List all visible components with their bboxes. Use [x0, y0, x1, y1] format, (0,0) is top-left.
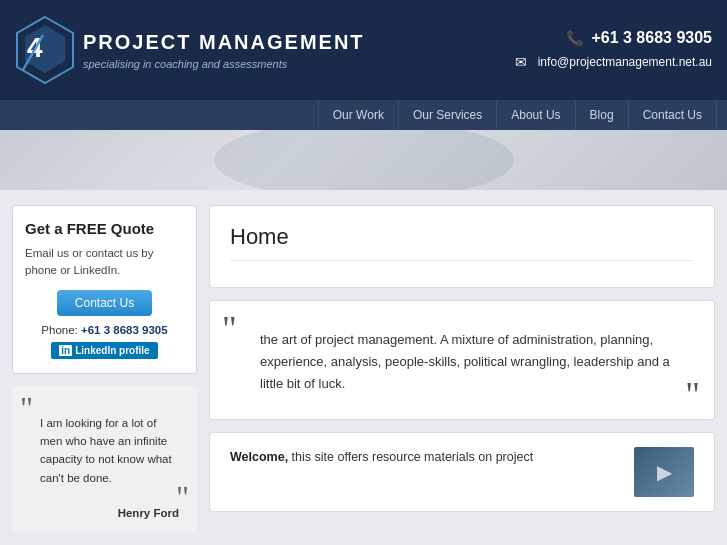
quote-close-icon: " [176, 481, 189, 513]
main-content: Get a FREE Quote Email us or contact us … [0, 190, 727, 545]
nav-blog[interactable]: Blog [576, 100, 629, 130]
welcome-body: this site offers resource materials on p… [292, 450, 534, 464]
sidebar: Get a FREE Quote Email us or contact us … [12, 205, 197, 545]
sidebar-phone-label: Phone: +61 3 8683 9305 [25, 324, 184, 336]
logo-icon: 4 [15, 15, 75, 85]
banner-shape [214, 130, 514, 190]
welcome-block: Welcome, this site offers resource mater… [209, 432, 715, 512]
big-quote-close-icon: " [685, 377, 700, 413]
welcome-text: Welcome, this site offers resource mater… [230, 447, 622, 467]
testimonial-box: " I am looking for a lot of men who have… [12, 386, 197, 534]
nav-about-us[interactable]: About Us [497, 100, 575, 130]
main-nav: Our Work Our Services About Us Blog Cont… [0, 100, 727, 130]
logo-subtitle: specialising in coaching and assessments [83, 58, 365, 70]
linkedin-in-icon: in [59, 345, 72, 356]
big-quote-open-icon: " [222, 311, 237, 347]
logo-area: 4 Project Management specialising in coa… [0, 0, 380, 100]
quote-open-icon: " [20, 392, 33, 424]
header-email: ✉ info@projectmanagement.net.au [512, 53, 712, 71]
free-quote-box: Get a FREE Quote Email us or contact us … [12, 205, 197, 374]
nav-our-work[interactable]: Our Work [318, 100, 399, 130]
testimonial-text: I am looking for a lot of men who have a… [24, 400, 185, 492]
banner [0, 130, 727, 190]
linkedin-badge[interactable]: in LinkedIn profile [25, 342, 184, 359]
testimonial-author: Henry Ford [24, 507, 185, 519]
quote-box-description: Email us or contact us by phone or Linke… [25, 245, 184, 280]
logo-text: Project Management specialising in coach… [83, 31, 365, 70]
nav-contact-us[interactable]: Contact Us [629, 100, 717, 130]
welcome-label: Welcome, [230, 450, 288, 464]
page-content: Home " the art of project management. A … [209, 205, 715, 545]
welcome-image: ▶ [634, 447, 694, 497]
home-title-card: Home [209, 205, 715, 288]
page-title: Home [230, 224, 694, 261]
contact-info: 📞 +61 3 8683 9305 ✉ info@projectmanageme… [380, 0, 727, 100]
main-quote-text: the art of project management. A mixture… [230, 317, 694, 403]
phone-icon: 📞 [565, 29, 583, 47]
main-quote-block: " the art of project management. A mixtu… [209, 300, 715, 420]
email-icon: ✉ [512, 53, 530, 71]
quote-box-title: Get a FREE Quote [25, 220, 184, 237]
image-placeholder-icon: ▶ [657, 460, 672, 484]
logo-title: Project Management [83, 31, 365, 54]
contact-us-button[interactable]: Contact Us [57, 290, 152, 316]
linkedin-button[interactable]: in LinkedIn profile [51, 342, 157, 359]
sidebar-phone-number: +61 3 8683 9305 [81, 324, 168, 336]
site-header: 4 Project Management specialising in coa… [0, 0, 727, 100]
nav-our-services[interactable]: Our Services [399, 100, 497, 130]
header-phone: 📞 +61 3 8683 9305 [565, 29, 712, 47]
